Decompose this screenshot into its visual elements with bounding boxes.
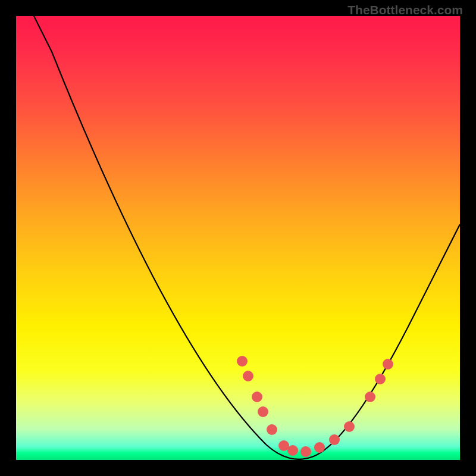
chart-plot-area xyxy=(16,16,460,460)
data-marker xyxy=(383,359,393,369)
data-marker xyxy=(243,371,253,381)
data-marker xyxy=(344,421,355,432)
data-marker xyxy=(267,424,277,435)
watermark-text: TheBottleneck.com xyxy=(347,3,463,17)
data-marker xyxy=(329,434,340,445)
data-marker xyxy=(252,392,262,402)
data-marker xyxy=(375,374,386,384)
bottleneck-curve xyxy=(34,16,460,459)
marker-group xyxy=(237,356,393,457)
data-marker xyxy=(314,442,325,453)
data-marker xyxy=(258,406,268,417)
data-marker xyxy=(300,446,311,457)
chart-svg xyxy=(16,16,460,460)
data-marker xyxy=(287,445,298,456)
data-marker xyxy=(365,392,375,402)
data-marker xyxy=(237,356,248,367)
